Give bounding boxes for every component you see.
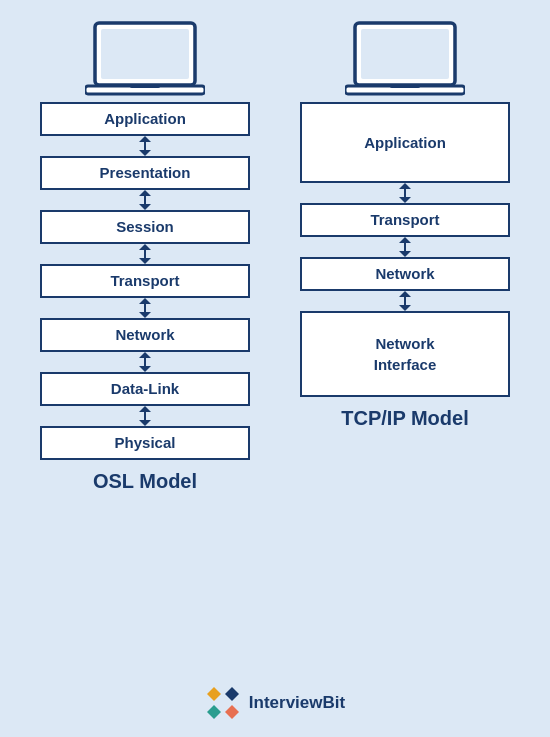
tcpip-layer-transport: Transport [300, 203, 510, 237]
tcpip-layer-network-interface: NetworkInterface [300, 311, 510, 397]
tcpip-column: Application Transport [300, 18, 510, 430]
osi-arrow-3 [40, 244, 250, 264]
osi-layer-application: Application [40, 102, 250, 136]
osi-layer-datalink: Data-Link [40, 372, 250, 406]
osi-arrow-5 [40, 352, 250, 372]
svg-rect-3 [130, 85, 160, 88]
svg-marker-11 [225, 705, 239, 719]
osi-layer-physical: Physical [40, 426, 250, 460]
tcpip-arrow-2 [300, 237, 510, 257]
osi-model-label: OSL Model [93, 470, 197, 493]
tcpip-arrow-1 [300, 183, 510, 203]
tcpip-layer-network: Network [300, 257, 510, 291]
svg-rect-5 [361, 29, 449, 79]
svg-marker-9 [225, 687, 239, 701]
osi-layer-presentation: Presentation [40, 156, 250, 190]
svg-rect-1 [101, 29, 189, 79]
svg-rect-7 [390, 85, 420, 88]
osi-layer-network: Network [40, 318, 250, 352]
brand-name-text: InterviewBit [249, 693, 345, 713]
svg-marker-10 [207, 705, 221, 719]
osi-arrow-1 [40, 136, 250, 156]
osi-column: Application Presentation [40, 18, 250, 493]
osi-layer-session: Session [40, 210, 250, 244]
svg-marker-8 [207, 687, 221, 701]
osi-arrow-4 [40, 298, 250, 318]
osi-arrow-2 [40, 190, 250, 210]
osi-arrow-6 [40, 406, 250, 426]
osi-laptop-icon [85, 18, 205, 98]
tcpip-layer-stack: Application Transport [300, 102, 510, 397]
tcpip-layer-application: Application [300, 102, 510, 183]
tcpip-laptop-icon [345, 18, 465, 98]
interviewbit-logo-icon [205, 685, 241, 721]
osi-layer-transport: Transport [40, 264, 250, 298]
osi-layer-stack: Application Presentation [40, 102, 250, 460]
tcpip-model-label: TCP/IP Model [341, 407, 468, 430]
branding-bar: InterviewBit [205, 685, 345, 721]
models-container: Application Presentation [20, 18, 530, 675]
tcpip-arrow-3 [300, 291, 510, 311]
